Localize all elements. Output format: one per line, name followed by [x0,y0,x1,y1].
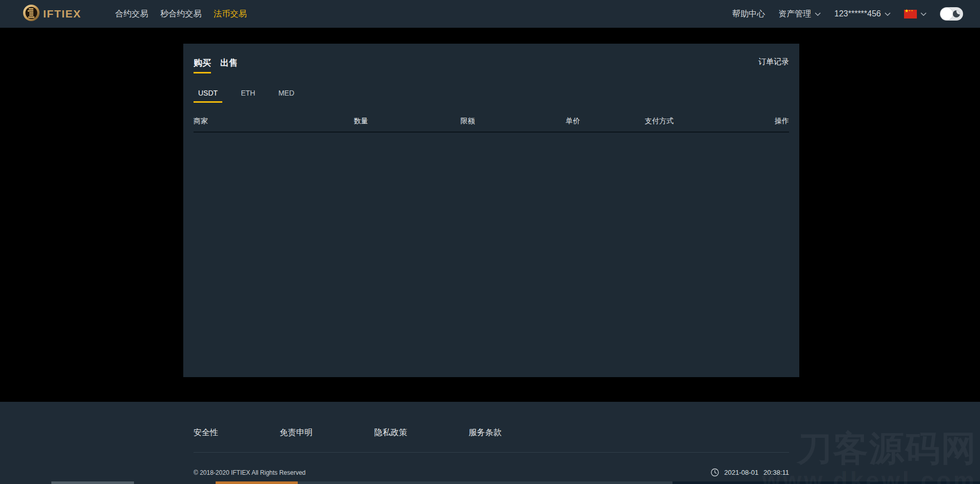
brand-logo[interactable]: IFTIEX [23,4,81,24]
footer-link-terms-of-service[interactable]: 服务条款 [469,427,502,438]
footer-links: 安全性 免责申明 隐私政策 服务条款 [194,427,789,438]
language-selector[interactable]: ★ ★ ★ [904,9,927,18]
nav-second-contract-trading[interactable]: 秒合约交易 [160,9,201,20]
footer-link-security[interactable]: 安全性 [194,427,218,438]
toggle-knob [940,8,953,20]
merchant-table-empty-body [194,133,789,348]
account-menu[interactable]: 123******456 [834,9,891,18]
bottom-edge-strip [0,481,980,484]
top-navigation-bar: IFTIEX 合约交易 秒合约交易 法币交易 帮助中心 资产管理 123****… [0,0,980,28]
main-nav: 合约交易 秒合约交易 法币交易 [115,9,246,20]
server-time: 2021-08-01 20:38:11 [710,468,789,477]
coin-tab-med[interactable]: MED [274,89,299,103]
chevron-down-icon [885,9,891,18]
tab-buy[interactable]: 购买 [194,57,211,73]
footer-content: 安全性 免责申明 隐私政策 服务条款 © 2018-2020 IFTIEX Al… [183,402,799,477]
coin-tab-eth[interactable]: ETH [236,89,260,103]
column-payment-method: 支付方式 [645,117,775,126]
moon-icon [953,10,960,17]
asset-management-label: 资产管理 [778,9,811,20]
chevron-down-icon [815,9,821,18]
column-limit: 限额 [460,117,566,126]
footer-bottom-row: © 2018-2020 IFTIEX All Rights Reserved 2… [194,468,789,477]
tab-sell[interactable]: 出售 [220,57,238,73]
coin-tabs: USDT ETH MED [194,89,789,103]
account-label: 123******456 [834,9,881,18]
coin-logo-icon [23,4,40,24]
current-date: 2021-08-01 [724,469,759,476]
footer-divider [194,452,789,453]
chevron-down-icon [920,9,927,18]
column-action: 操作 [775,117,789,126]
nav-contract-trading[interactable]: 合约交易 [115,9,148,20]
flag-small-stars: ★ ★ [909,10,913,12]
flag-big-star: ★ [905,9,909,13]
top-right-menu: 帮助中心 资产管理 123******456 ★ ★ ★ [732,7,963,21]
order-record-link[interactable]: 订单记录 [758,57,789,67]
fiat-trading-panel: 购买 出售 订单记录 USDT ETH MED 商家 数量 限额 单价 支付方式… [183,44,799,377]
footer-link-privacy-policy[interactable]: 隐私政策 [374,427,407,438]
brand-name: IFTIEX [43,8,81,20]
column-unit-price: 单价 [566,117,645,126]
current-time: 20:38:11 [763,469,789,476]
bottom-bar-navy [672,481,980,484]
bottom-bar-gray [51,481,134,484]
merchant-table-header: 商家 数量 限额 单价 支付方式 操作 [194,111,789,133]
nav-fiat-trading[interactable]: 法币交易 [214,9,246,20]
help-center-link[interactable]: 帮助中心 [732,9,765,20]
theme-toggle-switch[interactable] [940,7,963,21]
clock-icon [710,468,719,477]
bottom-bar-teal [298,481,672,484]
copyright-text: © 2018-2020 IFTIEX All Rights Reserved [194,469,305,476]
column-quantity: 数量 [354,117,460,126]
china-flag-icon: ★ ★ ★ [904,10,917,18]
asset-management-menu[interactable]: 资产管理 [778,9,821,20]
page-footer: 安全性 免责申明 隐私政策 服务条款 © 2018-2020 IFTIEX Al… [0,402,980,484]
footer-link-disclaimer[interactable]: 免责申明 [280,427,313,438]
coin-tab-usdt[interactable]: USDT [194,89,222,103]
column-merchant: 商家 [194,117,354,126]
buy-sell-tabs: 购买 出售 订单记录 [194,57,789,73]
bottom-bar-orange[interactable] [216,481,298,484]
